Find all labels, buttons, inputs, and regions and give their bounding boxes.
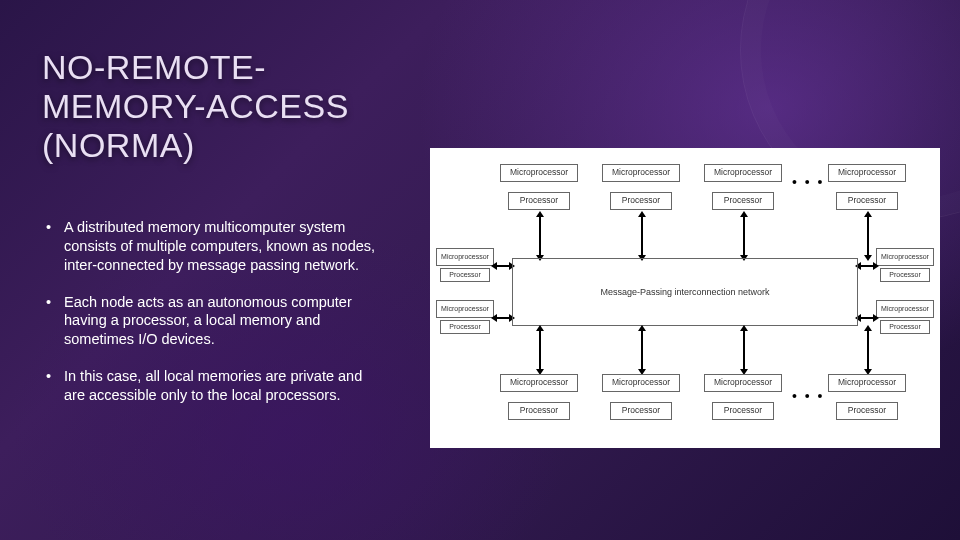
node-bot-2-mp: Microprocessor: [602, 374, 680, 392]
node-top-3-mp: Microprocessor: [704, 164, 782, 182]
node-top-1-proc: Processor: [508, 192, 570, 210]
arrow-icon: [496, 265, 510, 267]
node-top-2-proc: Processor: [610, 192, 672, 210]
arrow-icon: [867, 330, 869, 370]
bullet-list: A distributed memory multicomputer syste…: [42, 218, 387, 423]
arrow-icon: [496, 317, 510, 319]
node-top-4-mp: Microprocessor: [828, 164, 906, 182]
arrow-icon: [860, 317, 874, 319]
bullet-item: In this case, all local memories are pri…: [42, 367, 387, 405]
node-right-bot-proc: Processor: [880, 320, 930, 334]
node-right-top-proc: Processor: [880, 268, 930, 282]
node-bot-2-proc: Processor: [610, 402, 672, 420]
arrow-icon: [743, 216, 745, 256]
arrow-icon: [539, 216, 541, 256]
node-top-3-proc: Processor: [712, 192, 774, 210]
dots-top: • • •: [792, 174, 824, 190]
node-bot-3-mp: Microprocessor: [704, 374, 782, 392]
node-right-top-mp: Microprocessor: [876, 248, 934, 266]
node-top-1-mp: Microprocessor: [500, 164, 578, 182]
bullet-item: A distributed memory multicomputer syste…: [42, 218, 387, 275]
arrow-icon: [539, 330, 541, 370]
arrow-icon: [641, 216, 643, 256]
node-bot-3-proc: Processor: [712, 402, 774, 420]
node-bot-1-mp: Microprocessor: [500, 374, 578, 392]
slide-title: NO-REMOTE- MEMORY-ACCESS (NORMA): [42, 48, 349, 165]
dots-bottom: • • •: [792, 388, 824, 404]
interconnection-network: Message-Passing interconnection network: [512, 258, 858, 326]
arrow-icon: [641, 330, 643, 370]
node-right-bot-mp: Microprocessor: [876, 300, 934, 318]
arrow-icon: [860, 265, 874, 267]
arrow-icon: [743, 330, 745, 370]
norma-diagram: Microprocessor Processor Microprocessor …: [430, 148, 940, 448]
node-bot-4-proc: Processor: [836, 402, 898, 420]
arrow-icon: [867, 216, 869, 256]
node-top-4-proc: Processor: [836, 192, 898, 210]
node-bot-1-proc: Processor: [508, 402, 570, 420]
node-left-top-proc: Processor: [440, 268, 490, 282]
bullet-item: Each node acts as an autonomous computer…: [42, 293, 387, 350]
node-top-2-mp: Microprocessor: [602, 164, 680, 182]
node-left-top-mp: Microprocessor: [436, 248, 494, 266]
node-left-bot-proc: Processor: [440, 320, 490, 334]
node-left-bot-mp: Microprocessor: [436, 300, 494, 318]
node-bot-4-mp: Microprocessor: [828, 374, 906, 392]
